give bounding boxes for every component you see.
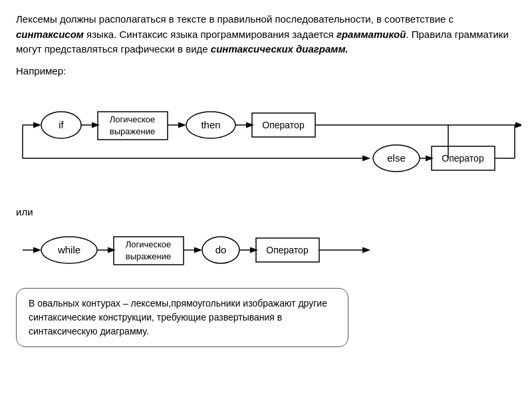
diagram1-container: if Логическое выражение then Оператор el… (16, 82, 516, 198)
intro-text: Лексемы должны располагаться в тексте в … (16, 12, 516, 57)
diagram2-svg: while Логическое выражение do Оператор (16, 220, 468, 280)
svg-text:if: if (59, 119, 64, 130)
svg-text:Оператор: Оператор (266, 245, 309, 255)
svg-text:выражение: выражение (126, 251, 171, 261)
example-label: Например: (16, 65, 516, 76)
svg-text:Оператор: Оператор (442, 153, 484, 164)
svg-text:while: while (57, 244, 80, 255)
svg-text:Оператор: Оператор (262, 120, 305, 130)
svg-text:else: else (387, 152, 406, 164)
ili-label: или (16, 206, 516, 217)
svg-text:then: then (201, 119, 220, 130)
svg-text:Логическое: Логическое (110, 114, 156, 124)
note-box: В овальных контурах – лексемы,прямоуголь… (16, 288, 348, 347)
note-text: В овальных контурах – лексемы,прямоуголь… (29, 298, 327, 336)
svg-text:do: do (215, 244, 227, 255)
svg-text:Логическое: Логическое (126, 239, 172, 249)
diagram2-container: while Логическое выражение do Оператор (16, 220, 516, 280)
diagram1-svg: if Логическое выражение then Оператор el… (16, 82, 521, 198)
svg-text:выражение: выражение (110, 126, 155, 136)
